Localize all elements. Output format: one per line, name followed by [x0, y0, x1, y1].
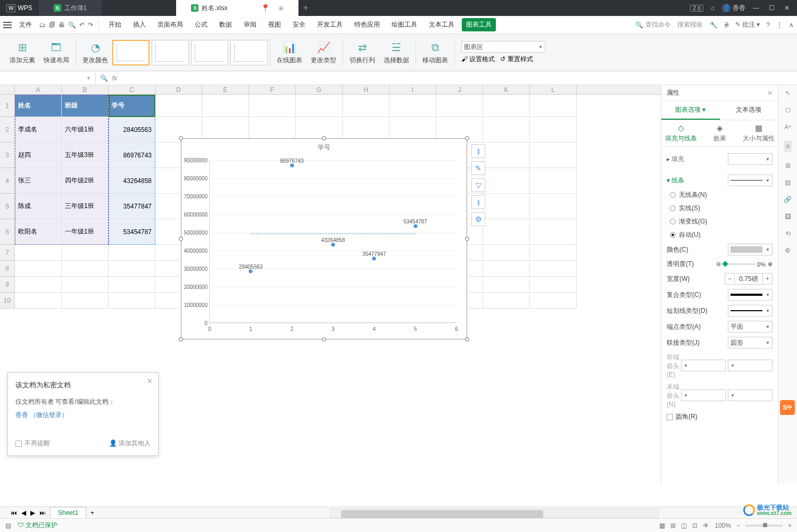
cell[interactable]: 班级	[62, 95, 109, 117]
subtab-fill-line[interactable]: ◇填充与线条	[661, 120, 700, 146]
cell[interactable]	[483, 277, 530, 293]
cell[interactable]: 53454787	[109, 219, 155, 245]
chart-style-2[interactable]	[152, 40, 189, 65]
menu-review[interactable]: 审阅	[239, 18, 261, 31]
opacity-slider[interactable]: ⊖ 0%⊕	[716, 261, 773, 268]
cell[interactable]: 张三	[15, 168, 62, 194]
row-header[interactable]: 9	[0, 277, 15, 293]
resize-handle[interactable]	[322, 337, 326, 342]
cell[interactable]	[530, 277, 577, 293]
subtab-effect[interactable]: ◈效果	[700, 120, 739, 146]
row-header[interactable]: 2	[0, 117, 15, 143]
arrow-start-size-combo[interactable]: ▼	[728, 360, 773, 371]
minimize-button[interactable]: —	[753, 4, 759, 12]
eye-icon[interactable]: 👁	[703, 522, 709, 529]
batch-comment-button[interactable]: ✎ 批注 ▾	[735, 20, 760, 29]
row-header[interactable]: 1	[0, 95, 15, 117]
cell[interactable]	[296, 95, 343, 117]
close-button[interactable]: ✕	[784, 4, 790, 12]
color-combo[interactable]: ▼	[728, 244, 773, 255]
cell[interactable]	[483, 245, 530, 261]
cap-combo[interactable]: 平面▼	[728, 321, 773, 332]
home-icon[interactable]: ⌂	[711, 4, 715, 12]
chart-style-button[interactable]: ✎	[471, 161, 485, 175]
rb-reset-style[interactable]: ↺ 重置样式	[500, 55, 533, 64]
cell[interactable]: 43264858	[109, 168, 155, 194]
rb-add-element[interactable]: ⊞添加元素	[5, 36, 39, 69]
popup-user-link[interactable]: 香香 （微信登录）	[15, 411, 68, 420]
hamburger-icon[interactable]	[3, 22, 12, 28]
undo-icon[interactable]: ↶	[79, 21, 85, 29]
cell[interactable]	[530, 293, 577, 309]
cell[interactable]	[62, 261, 109, 277]
maximize-button[interactable]: ☐	[769, 4, 775, 12]
chart-area-combo[interactable]: 图表区▼	[461, 41, 545, 53]
cell[interactable]: 欧阳名	[15, 219, 62, 245]
view-normal-icon[interactable]: ▦	[659, 522, 665, 529]
arrow-end-combo[interactable]: ▼	[681, 389, 726, 401]
worksheet-tool-icon[interactable]: ▤	[785, 179, 791, 186]
cell[interactable]	[530, 245, 577, 261]
resize-handle[interactable]	[179, 337, 183, 342]
menu-dev[interactable]: 开发工具	[313, 18, 347, 31]
shape-tool-icon[interactable]: ⬡	[785, 106, 791, 114]
toolbar-icon[interactable]: 🗐	[49, 21, 55, 29]
new-tab-button[interactable]: +	[298, 1, 312, 15]
chart-style-4[interactable]	[230, 40, 268, 65]
section-fill[interactable]: ▸ 填充 ▼	[667, 151, 773, 167]
row-header[interactable]: 10	[0, 293, 15, 309]
radio-gradient-line[interactable]: 渐变线(G)	[667, 215, 773, 228]
chart-filter-button[interactable]: ▽	[471, 178, 485, 192]
resize-handle[interactable]	[179, 237, 183, 241]
preview-icon[interactable]: 🔍	[68, 21, 76, 29]
col-header[interactable]: E	[202, 85, 249, 94]
col-header[interactable]: B	[62, 85, 109, 94]
row-header[interactable]: 6	[0, 219, 15, 245]
line-preview-combo[interactable]: ▼	[728, 174, 773, 186]
user-button[interactable]: 👤 香香	[722, 4, 745, 13]
resize-handle[interactable]	[465, 136, 469, 140]
rb-switch-rc[interactable]: ⇄切换行列	[345, 36, 379, 69]
subtab-size[interactable]: ▦大小与属性	[739, 120, 778, 146]
cell[interactable]	[109, 261, 155, 277]
width-spinner[interactable]: −0.75磅+	[725, 273, 773, 285]
join-combo[interactable]: 圆形▼	[728, 337, 773, 348]
cell[interactable]	[530, 143, 577, 168]
view-reading-icon[interactable]: ⊡	[692, 522, 698, 529]
cell[interactable]: 86976743	[109, 143, 155, 168]
cell[interactable]: 六年级1班	[62, 117, 109, 143]
cell[interactable]: 一年级1班	[62, 219, 109, 245]
layers-tool-icon[interactable]: ≡	[784, 140, 792, 152]
cell[interactable]	[249, 95, 296, 117]
style-tool-icon[interactable]: Aᵃ	[784, 123, 791, 131]
select-all-corner[interactable]	[0, 85, 15, 94]
row-header[interactable]: 4	[0, 168, 15, 194]
strikethrough-icon[interactable]: ₴	[724, 21, 729, 29]
menu-data[interactable]: 数据	[215, 18, 236, 31]
sheet-list-icon[interactable]: ▤	[5, 522, 11, 529]
view-split-icon[interactable]: ◫	[681, 522, 687, 529]
file-tab-1[interactable]: S 工作簿1	[39, 0, 102, 16]
menu-formula[interactable]: 公式	[190, 18, 212, 31]
zoom-in-icon[interactable]: +	[788, 522, 792, 529]
chart-plot-area[interactable]: 0100000002000000030000000400000005000000…	[209, 160, 456, 323]
panel-tab-chart-options[interactable]: 图表选项 ▾	[661, 101, 720, 120]
menu-special[interactable]: 特色应用	[350, 18, 384, 31]
cell[interactable]	[343, 95, 389, 117]
col-header[interactable]: K	[483, 85, 530, 94]
sheet-add-button[interactable]: +	[90, 509, 94, 517]
cell[interactable]	[483, 95, 530, 117]
fill-combo[interactable]: ▼	[728, 153, 773, 165]
zoom-out-icon[interactable]: −	[736, 522, 740, 529]
panel-tab-text-options[interactable]: 文本选项	[720, 101, 778, 120]
popup-close-icon[interactable]: ✕	[147, 377, 153, 385]
cell[interactable]	[483, 219, 530, 245]
cell[interactable]	[530, 194, 577, 219]
cell[interactable]: 五年级3班	[62, 143, 109, 168]
sheet-tab[interactable]: Sheet1	[50, 507, 86, 518]
row-header[interactable]: 3	[0, 143, 15, 168]
rb-change-type[interactable]: 📈更改类型	[306, 36, 341, 69]
section-line[interactable]: ▾ 线条 ▼	[667, 172, 773, 188]
cell[interactable]	[483, 117, 530, 143]
cell[interactable]: 四年级2班	[62, 168, 109, 194]
